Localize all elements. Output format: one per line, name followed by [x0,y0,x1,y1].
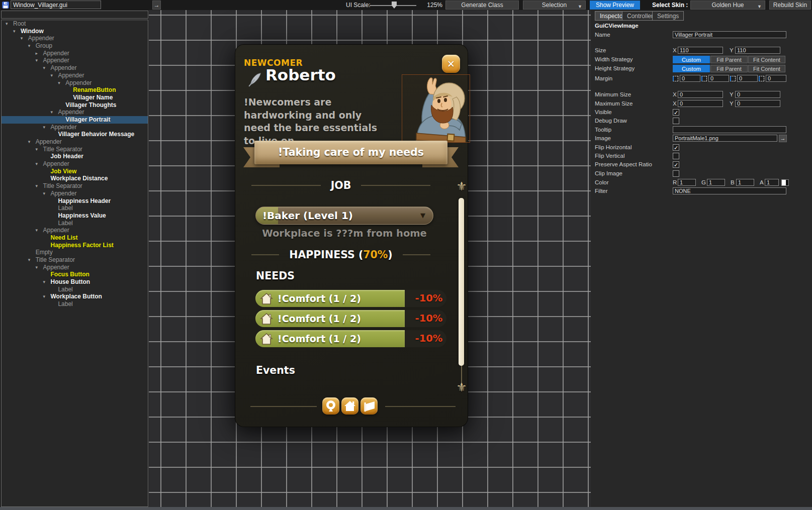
tree-item[interactable]: Job View [2,168,148,175]
tree-expand-icon[interactable]: ▾ [43,64,46,72]
color-b-field[interactable] [736,179,754,186]
tree-item[interactable]: Empty [2,249,148,256]
color-g-field[interactable] [707,179,725,186]
workplace-button[interactable] [360,397,378,415]
margin-link-checkbox[interactable] [759,76,764,81]
margin-left-field[interactable] [680,75,700,82]
color-a-field[interactable] [765,179,779,186]
tree-item[interactable]: ▾Appender [2,124,148,131]
tree-item[interactable]: ▾Workplace Button [2,293,148,300]
open-file-arrow-button[interactable]: → [152,1,161,10]
image-field[interactable] [673,135,777,142]
tree-expand-icon[interactable]: ▾ [13,28,16,35]
tree-item[interactable]: ▾Appender [2,57,148,64]
tree-item[interactable]: ▾Group [2,42,148,50]
tree-item[interactable]: Happiness Header [2,197,148,205]
tree-item[interactable]: Label [2,205,148,212]
tree-item[interactable]: ▸Appender [2,50,148,57]
margin-link-checkbox[interactable] [673,76,678,81]
tree-item[interactable]: ▾Appender [2,109,148,116]
tree-expand-icon[interactable]: ▾ [43,293,46,300]
tree-expand-icon[interactable]: ▾ [43,190,46,197]
tree-expand-icon[interactable]: ▾ [36,227,38,234]
min-y-field[interactable] [735,91,780,98]
tab-settings[interactable]: Settings [652,11,684,21]
ui-scale-slider-handle[interactable] [392,2,397,9]
color-swatch[interactable] [781,179,789,186]
tree-item[interactable]: Label [2,220,148,227]
close-button[interactable]: ✕ [442,55,460,73]
tree-expand-icon[interactable]: ▾ [36,160,38,168]
margin-link-checkbox[interactable] [701,76,707,81]
clip-image-checkbox[interactable] [673,170,679,177]
tree-expand-icon[interactable]: ▾ [36,182,38,190]
tree-item[interactable]: ▾Appender [2,264,148,271]
name-field[interactable] [673,31,786,38]
tree-item[interactable]: Label [2,300,148,308]
need-row[interactable]: !Comfort (1 / 2)-10% [255,330,446,347]
max-y-field[interactable] [735,100,780,107]
tree-item[interactable]: Label [2,286,148,293]
tree-expand-icon[interactable]: ▾ [36,146,38,153]
tree-expand-icon[interactable]: ▾ [43,124,46,131]
margin-top-field[interactable] [708,75,729,82]
need-row[interactable]: !Comfort (1 / 2)-10% [255,310,446,327]
size-x-field[interactable] [678,47,723,54]
tree-item[interactable]: ▾Appender [2,160,148,168]
visible-checkbox[interactable]: ✓ [673,109,679,116]
tree-expand-icon[interactable]: ▾ [36,57,38,64]
width-strategy-fill-parent[interactable]: Fill Parent [710,56,748,63]
rebuild-skin-button[interactable]: Rebuild Skin [769,1,811,10]
save-icon[interactable] [2,2,9,9]
tree-item[interactable]: Need List [2,234,148,242]
margin-link-checkbox[interactable] [730,76,736,81]
tree-expand-icon[interactable]: ▾ [28,256,31,264]
tree-expand-icon[interactable]: ▾ [36,264,38,271]
tree-expand-icon[interactable]: ▾ [28,138,31,146]
flip-horizontal-checkbox[interactable]: ✓ [673,144,679,151]
house-button[interactable] [341,397,358,415]
tree-item[interactable]: Villager Behavior Message [2,131,148,138]
filter-field[interactable] [673,187,786,194]
skin-dropdown[interactable]: Golden Hue ▼ [690,1,765,10]
height-strategy-fill-parent[interactable]: Fill Parent [710,65,748,72]
tree-item[interactable]: Villager Name [2,94,148,101]
color-r-field[interactable] [678,179,696,186]
width-strategy-custom[interactable]: Custom [673,56,710,63]
tree-item[interactable]: ▾House Button [2,278,148,286]
tree-item[interactable]: ▾Appender [2,138,148,146]
tree-item[interactable]: Happiness Factor List [2,242,148,249]
generate-class-button[interactable]: Generate Class [445,1,519,10]
tree-filter-input[interactable] [1,11,148,19]
tree-item[interactable]: ▾Appender [2,79,148,87]
job-dropdown[interactable]: !Baker (Level 1) ▼ [255,207,433,225]
margin-bottom-field[interactable] [766,75,786,82]
height-strategy-fit-content[interactable]: Fit Content [748,65,785,72]
tree-item[interactable]: ▾Appender [2,64,148,72]
focus-button[interactable] [322,397,339,415]
max-x-field[interactable] [678,100,723,107]
tree-expand-icon[interactable]: ▾ [50,109,53,116]
tree-expand-icon[interactable]: ▾ [21,35,23,42]
tree-item[interactable]: ▾Window [2,28,148,35]
tree-item[interactable]: Job Header [2,153,148,160]
tree-item[interactable]: ▾Appender [2,227,148,234]
selection-dropdown[interactable]: Selection ▼ [523,1,586,10]
height-strategy-custom[interactable]: Custom [673,65,710,72]
tree-item[interactable]: RenameButton [2,86,148,94]
scrollbar-thumb[interactable] [459,198,464,366]
tree-expand-icon[interactable]: ▾ [6,20,8,28]
image-browse-button[interactable]: → [779,135,787,142]
tree-expand-icon[interactable]: ▾ [50,72,53,79]
size-y-field[interactable] [735,47,780,54]
tree-expand-icon[interactable]: ▾ [58,79,60,87]
tree-item[interactable]: Workplace Distance [2,175,148,182]
tree-item[interactable]: ▾Appender [2,35,148,42]
tree-item[interactable]: ▾Root [2,20,148,28]
tree-item[interactable]: Happiness Value [2,212,148,220]
tree-item[interactable]: ▾Title Separator [2,256,148,264]
tree-item[interactable]: ▾Appender [2,72,148,79]
filename-input[interactable] [11,1,101,9]
tooltip-field[interactable] [673,126,786,133]
margin-right-field[interactable] [737,75,758,82]
